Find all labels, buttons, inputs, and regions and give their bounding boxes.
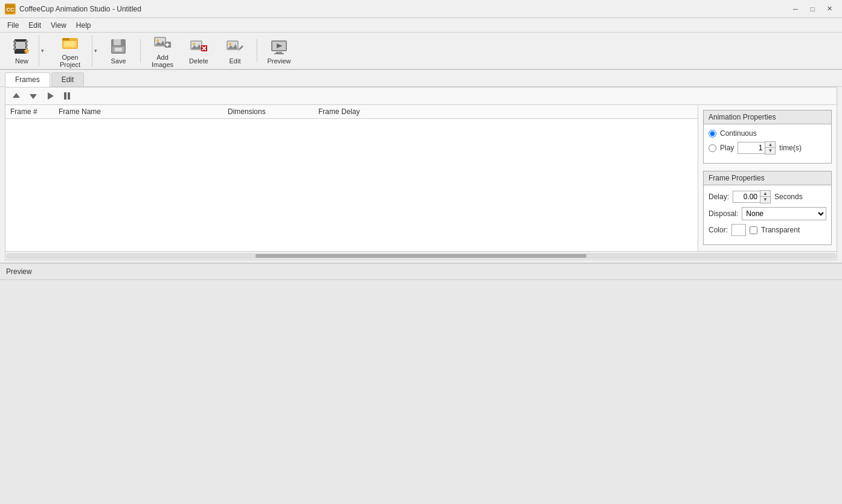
disposal-row: Disposal: None Do Not Dispose Restore Ba… [709, 207, 826, 220]
move-down-button[interactable] [27, 90, 39, 102]
play-times-down[interactable]: ▼ [765, 148, 775, 154]
play-times-input[interactable] [738, 142, 765, 154]
color-swatch[interactable] [731, 224, 746, 236]
play-times-spin-buttons: ▲ ▼ [765, 141, 776, 155]
main-area: Frames Edit [0, 70, 842, 504]
disposal-select[interactable]: None Do Not Dispose Restore Background R… [742, 207, 826, 220]
continuous-label: Continuous [720, 129, 757, 138]
titlebar-left: CC CoffeeCup Animation Studio - Untitled [5, 4, 141, 14]
delay-input[interactable] [733, 191, 760, 203]
frames-content: Frame # Frame Name Dimensions Frame Dela… [5, 105, 837, 251]
menu-item-help[interactable]: Help [71, 20, 96, 31]
svg-rect-7 [25, 44, 28, 46]
open-label: Open Project [51, 54, 89, 68]
titlebar-controls: ─ □ ✕ [788, 3, 837, 15]
properties-panel: Animation Properties Continuous Play [698, 105, 837, 251]
play-times-spinner: ▲ ▼ [738, 141, 776, 155]
svg-point-27 [193, 43, 195, 45]
tabs-bar: Frames Edit [0, 70, 842, 87]
color-label: Color: [709, 226, 728, 234]
open-icon [60, 33, 80, 53]
delay-up[interactable]: ▲ [760, 191, 770, 197]
col-frame-name: Frame Name [54, 105, 223, 119]
color-row: Color: Transparent [709, 224, 826, 236]
new-button[interactable]: New [5, 35, 39, 66]
open-button[interactable]: Open Project [48, 35, 92, 66]
svg-rect-4 [13, 44, 16, 46]
add-images-label: Add Images [149, 54, 176, 68]
svg-rect-38 [276, 52, 282, 53]
col-frame-delay: Frame Delay [313, 105, 698, 119]
add-images-button[interactable]: Add Images [146, 35, 179, 66]
delay-down[interactable]: ▼ [760, 197, 770, 203]
tab-edit[interactable]: Edit [51, 72, 85, 86]
window-title: CoffeeCup Animation Studio - Untitled [19, 5, 141, 13]
continuous-row: Continuous [709, 129, 826, 138]
svg-point-20 [156, 39, 159, 42]
menu-item-edit[interactable]: Edit [24, 20, 46, 31]
scrollbar-track [7, 254, 835, 258]
edit-icon [225, 37, 245, 56]
animation-properties-section: Animation Properties Continuous Play [703, 110, 832, 164]
continuous-radio[interactable] [709, 130, 716, 138]
scrollbar-thumb[interactable] [255, 254, 587, 258]
transparent-label: Transparent [761, 226, 800, 234]
menubar: FileEditViewHelp [0, 18, 842, 33]
maximize-button[interactable]: □ [805, 3, 820, 15]
preview-label: Preview [267, 57, 291, 65]
new-label: New [15, 57, 28, 65]
frames-table-area[interactable]: Frame # Frame Name Dimensions Frame Dela… [5, 105, 698, 251]
animation-properties-header: Animation Properties [704, 110, 831, 124]
preview-area: Preview [0, 263, 842, 504]
edit-button[interactable]: Edit [218, 35, 252, 66]
menu-item-view[interactable]: View [46, 20, 71, 31]
transparent-checkbox[interactable] [750, 226, 757, 234]
svg-rect-9 [16, 42, 25, 49]
save-button[interactable]: Save [101, 35, 135, 66]
svg-rect-12 [62, 38, 69, 40]
preview-icon [269, 37, 289, 56]
open-dropdown-arrow[interactable]: ▾ [92, 35, 99, 66]
delete-icon [189, 37, 208, 56]
svg-rect-39 [274, 53, 284, 54]
delay-spin-buttons: ▲ ▼ [760, 190, 771, 203]
frames-table: Frame # Frame Name Dimensions Frame Dela… [5, 105, 698, 119]
close-button[interactable]: ✕ [821, 3, 837, 15]
toolbar: New ▾ Open Project ▾ [0, 33, 842, 70]
svg-rect-3 [13, 40, 16, 43]
titlebar: CC CoffeeCup Animation Studio - Untitled… [0, 0, 842, 18]
tab-frames[interactable]: Frames [5, 72, 50, 87]
delete-button[interactable]: Delete [182, 35, 216, 66]
svg-rect-6 [25, 40, 28, 43]
svg-point-34 [229, 43, 231, 45]
play-button[interactable] [44, 90, 56, 102]
preview-button[interactable]: Preview [262, 35, 296, 66]
col-dimensions: Dimensions [223, 105, 313, 119]
delete-label: Delete [189, 57, 208, 65]
new-dropdown-arrow[interactable]: ▾ [39, 35, 46, 66]
delay-label: Delay: [709, 193, 729, 201]
move-up-button[interactable] [10, 90, 22, 102]
frame-properties-body: Delay: ▲ ▼ Seconds Disposal: [704, 185, 831, 244]
minimize-button[interactable]: ─ [788, 3, 803, 15]
svg-rect-45 [68, 92, 70, 100]
animation-properties-body: Continuous Play ▲ ▼ [704, 124, 831, 163]
play-label: Play [720, 144, 734, 152]
frames-area: Frame # Frame Name Dimensions Frame Dela… [5, 87, 837, 260]
svg-rect-15 [114, 39, 121, 45]
save-label: Save [111, 57, 126, 65]
new-icon [12, 37, 31, 56]
menu-item-file[interactable]: File [2, 20, 24, 31]
svg-rect-5 [13, 48, 16, 50]
pause-button[interactable] [61, 90, 73, 102]
add-images-icon [153, 33, 172, 53]
preview-header: Preview [0, 264, 842, 280]
frame-properties-header: Frame Properties [704, 171, 831, 185]
horizontal-scrollbar[interactable] [5, 251, 837, 260]
play-radio[interactable] [709, 144, 716, 152]
new-button-group: New ▾ [5, 35, 46, 66]
col-frame-num: Frame # [5, 105, 54, 119]
play-row: Play ▲ ▼ time(s) [709, 141, 826, 155]
play-times-up[interactable]: ▲ [765, 142, 775, 148]
open-button-group: Open Project ▾ [48, 35, 99, 66]
